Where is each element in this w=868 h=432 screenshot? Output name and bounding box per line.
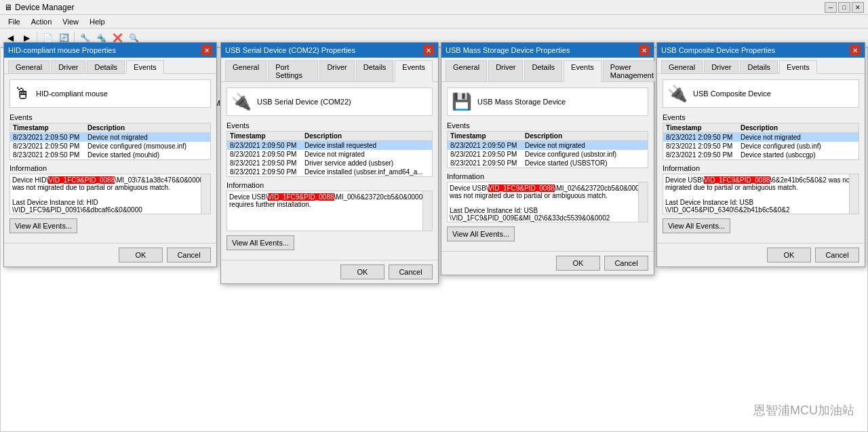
usb-serial-events-label: Events bbox=[226, 121, 433, 130]
usb-storage-tabs: General Driver Details Events Power Mana… bbox=[441, 58, 654, 82]
usb-storage-scrollbar[interactable] bbox=[638, 182, 648, 222]
usb-composite-row-3[interactable]: 8/23/2021 2:09:50 PM Device started (usb… bbox=[663, 151, 859, 159]
tab-power-3[interactable]: Power Management bbox=[603, 60, 661, 81]
hid-mouse-col-desc: Description bbox=[87, 124, 208, 132]
tab-portsettings-2[interactable]: Port Settings bbox=[268, 60, 318, 81]
usb-storage-dialog: USB Mass Storage Device Properties ✕ Gen… bbox=[441, 42, 654, 275]
usb-composite-close[interactable]: ✕ bbox=[850, 45, 861, 56]
hid-mouse-events-table: Timestamp Description 8/23/2021 2:09:50 … bbox=[9, 123, 211, 160]
hid-mouse-info-highlight: VID_1FC9&PID_0088 bbox=[48, 176, 115, 184]
usb-serial-titlebar: USB Serial Device (COM22) Properties ✕ bbox=[221, 43, 438, 58]
usb-storage-cancel[interactable]: Cancel bbox=[604, 256, 648, 271]
usb-serial-row-1[interactable]: 8/23/2021 2:09:50 PM Device install requ… bbox=[227, 141, 432, 150]
usb-composite-info-pre: Device USB\ bbox=[665, 176, 704, 184]
usb-storage-title: USB Mass Storage Device Properties bbox=[446, 46, 639, 54]
usb-serial-scrollbar[interactable] bbox=[422, 191, 432, 231]
tab-driver-3[interactable]: Driver bbox=[488, 60, 523, 81]
tab-general-4[interactable]: General bbox=[661, 60, 703, 73]
usb-serial-footer: OK Cancel bbox=[221, 260, 438, 283]
usb-serial-row-2[interactable]: 8/23/2021 2:09:50 PM Device not migrated bbox=[227, 150, 432, 159]
usb-storage-close[interactable]: ✕ bbox=[639, 45, 650, 56]
tab-events-2[interactable]: Events bbox=[395, 60, 433, 82]
tab-details-1[interactable]: Details bbox=[87, 60, 125, 73]
hid-mouse-content: 🖱 HID-compliant mouse Events Timestamp D… bbox=[4, 74, 216, 243]
menu-help[interactable]: Help bbox=[84, 16, 111, 27]
tab-general-2[interactable]: General bbox=[225, 60, 267, 81]
hid-mouse-info-pre: Device HID\ bbox=[12, 176, 48, 184]
hid-mouse-col-time: Timestamp bbox=[13, 124, 87, 132]
usb-composite-ok[interactable]: OK bbox=[767, 248, 811, 262]
tab-events-4[interactable]: Events bbox=[779, 60, 817, 74]
menu-view[interactable]: View bbox=[57, 16, 84, 27]
usb-composite-tabs: General Driver Details Events bbox=[657, 58, 865, 74]
usb-serial-events-table: Timestamp Description 8/23/2021 2:09:50 … bbox=[226, 131, 433, 177]
minimize-button[interactable]: ─ bbox=[825, 2, 837, 13]
usb-storage-ok[interactable]: OK bbox=[556, 256, 600, 271]
hid-mouse-scrollbar[interactable] bbox=[201, 174, 210, 214]
usb-storage-info-highlight: VID_1FC9&PID_0088 bbox=[488, 184, 555, 192]
usb-storage-info-box: Device USB\VID_1FC9&PID_0088\MI_02\6&237… bbox=[447, 182, 648, 222]
usb-serial-device-name: USB Serial Device (COM22) bbox=[257, 98, 351, 106]
menu-file[interactable]: File bbox=[3, 16, 26, 27]
hid-mouse-close[interactable]: ✕ bbox=[201, 45, 212, 56]
usb-composite-view-all[interactable]: View All Events... bbox=[663, 218, 730, 233]
tab-details-3[interactable]: Details bbox=[524, 60, 562, 81]
usb-storage-info-pre: Device USB\ bbox=[450, 184, 488, 192]
usb-serial-cancel[interactable]: Cancel bbox=[389, 264, 433, 279]
maximize-button[interactable]: □ bbox=[838, 2, 850, 13]
usb-composite-titlebar: USB Composite Device Properties ✕ bbox=[657, 43, 865, 58]
hid-mouse-info: Information Device HID\VID_1FC9&PID_0088… bbox=[9, 164, 211, 214]
usb-composite-cancel[interactable]: Cancel bbox=[815, 248, 859, 262]
usb-composite-row-2[interactable]: 8/23/2021 2:09:50 PM Device configured (… bbox=[663, 142, 859, 151]
close-button[interactable]: ✕ bbox=[852, 2, 864, 13]
app-title: Device Manager bbox=[15, 3, 825, 12]
hid-mouse-row-1[interactable]: 8/23/2021 2:09:50 PM Device not migrated bbox=[10, 133, 210, 142]
usb-storage-row-3[interactable]: 8/23/2021 2:09:50 PM Device started (USB… bbox=[448, 159, 648, 168]
menu-action[interactable]: Action bbox=[26, 16, 58, 27]
usb-composite-scrollbar[interactable] bbox=[849, 174, 859, 214]
tab-details-4[interactable]: Details bbox=[740, 60, 778, 73]
tab-driver-1[interactable]: Driver bbox=[51, 60, 85, 73]
usb-serial-row-4[interactable]: 8/23/2021 2:09:50 PM Device installed (u… bbox=[227, 168, 432, 176]
usb-storage-footer: OK Cancel bbox=[441, 251, 654, 275]
usb-serial-close[interactable]: ✕ bbox=[423, 45, 434, 56]
usb-serial-col-desc: Description bbox=[304, 132, 429, 140]
hid-mouse-row-3[interactable]: 8/23/2021 2:09:50 PM Device started (mou… bbox=[10, 151, 210, 159]
usb-storage-events-table: Timestamp Description 8/23/2021 2:09:50 … bbox=[447, 131, 648, 168]
usb-storage-view-all[interactable]: View All Events... bbox=[447, 227, 515, 241]
tab-events-3[interactable]: Events bbox=[564, 60, 601, 82]
usb-composite-events-table: Timestamp Description 8/23/2021 2:09:50 … bbox=[663, 123, 859, 160]
hid-mouse-row3-desc: Device started (mouhid) bbox=[87, 151, 208, 159]
hid-mouse-row-2[interactable]: 8/23/2021 2:09:50 PM Device configured (… bbox=[10, 142, 210, 151]
tab-general-3[interactable]: General bbox=[446, 60, 487, 81]
hid-mouse-device-header: 🖱 HID-compliant mouse bbox=[9, 79, 211, 108]
usb-serial-row-3[interactable]: 8/23/2021 2:09:50 PM Driver service adde… bbox=[227, 159, 432, 168]
usb-composite-info-highlight: VID_1FC9&PID_0088 bbox=[704, 176, 770, 184]
tab-driver-4[interactable]: Driver bbox=[704, 60, 738, 73]
usb-serial-dialog: USB Serial Device (COM22) Properties ✕ G… bbox=[220, 42, 439, 284]
usb-serial-ok[interactable]: OK bbox=[340, 264, 384, 279]
hid-mouse-view-all[interactable]: View All Events... bbox=[9, 218, 77, 233]
hid-mouse-events-label: Events bbox=[9, 113, 211, 121]
usb-storage-row-2[interactable]: 8/23/2021 2:09:50 PM Device configured (… bbox=[448, 150, 648, 159]
menu-bar: File Action View Help bbox=[0, 15, 868, 28]
usb-serial-view-all[interactable]: View All Events... bbox=[226, 235, 294, 250]
usb-composite-device-name: USB Composite Device bbox=[693, 90, 771, 98]
usb-composite-footer: OK Cancel bbox=[657, 243, 865, 267]
hid-mouse-cancel[interactable]: Cancel bbox=[167, 248, 211, 262]
usb-composite-content: 🔌 USB Composite Device Events Timestamp … bbox=[657, 74, 865, 243]
hid-mouse-ok[interactable]: OK bbox=[119, 248, 163, 262]
hid-mouse-row1-time: 8/23/2021 2:09:50 PM bbox=[13, 134, 87, 141]
usb-storage-events-header: Timestamp Description bbox=[448, 132, 648, 141]
usb-storage-row-1[interactable]: 8/23/2021 2:09:50 PM Device not migrated bbox=[448, 141, 648, 150]
hid-mouse-footer: OK Cancel bbox=[4, 243, 216, 267]
tab-events-1[interactable]: Events bbox=[126, 60, 164, 74]
tab-general-1[interactable]: General bbox=[8, 60, 50, 73]
usb-composite-row-1[interactable]: 8/23/2021 2:09:50 PM Device not migrated bbox=[663, 133, 859, 142]
usb-serial-content: 🔌 USB Serial Device (COM22) Events Times… bbox=[221, 82, 438, 260]
hid-mouse-events-header: Timestamp Description bbox=[10, 123, 210, 133]
hid-mouse-events: Events Timestamp Description 8/23/2021 2… bbox=[9, 113, 211, 164]
usb-composite-events-label: Events bbox=[663, 113, 859, 121]
tab-details-2[interactable]: Details bbox=[356, 60, 394, 81]
tab-driver-2[interactable]: Driver bbox=[319, 60, 354, 81]
